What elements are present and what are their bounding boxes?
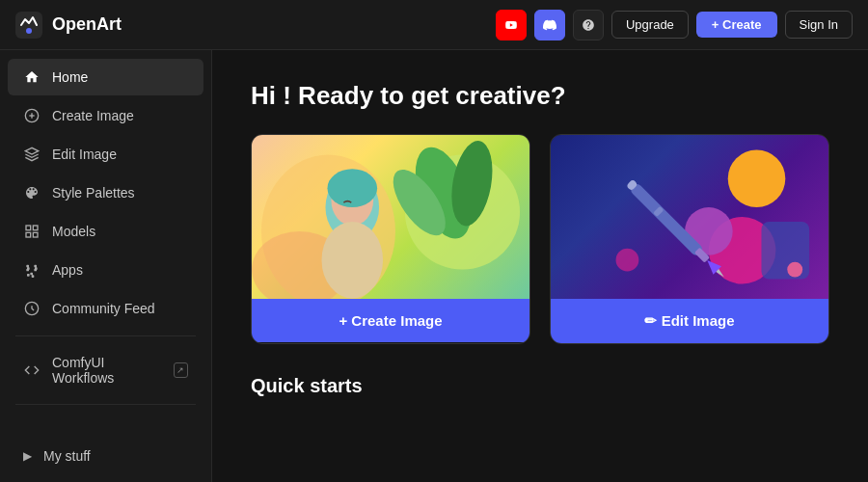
discord-button[interactable] — [534, 10, 565, 40]
create-header-button[interactable]: + Create — [696, 12, 777, 38]
models-icon — [23, 223, 41, 240]
svg-point-1 — [26, 28, 32, 34]
community-icon — [23, 300, 41, 317]
sidebar-divider — [15, 335, 196, 336]
create-image-footer: + Create Image — [252, 299, 529, 342]
help-button[interactable] — [573, 10, 604, 40]
svg-point-20 — [321, 222, 383, 298]
sidebar: Home Create Image Edit Image Style Palet… — [0, 50, 212, 482]
svg-point-32 — [616, 249, 639, 272]
sidebar-item-create-image[interactable]: Create Image — [8, 97, 203, 134]
sidebar-label-home: Home — [52, 69, 88, 85]
create-image-label: + Create Image — [339, 312, 442, 329]
palette-icon — [23, 184, 41, 201]
sidebar-item-models[interactable]: Models — [8, 213, 203, 250]
sidebar-label-style-palettes: Style Palettes — [52, 185, 135, 201]
svg-rect-7 — [33, 226, 38, 230]
sidebar-item-comfyui[interactable]: ComfyUI Workflows ↗ — [8, 345, 203, 395]
edit-layers-icon — [23, 146, 41, 163]
code-icon — [23, 362, 41, 379]
sidebar-item-community-feed[interactable]: Community Feed — [8, 290, 203, 327]
svg-point-31 — [787, 262, 802, 278]
home-icon — [23, 68, 41, 86]
svg-rect-8 — [26, 232, 31, 237]
sidebar-label-models: Models — [52, 224, 95, 239]
sidebar-item-home[interactable]: Home — [8, 59, 203, 95]
sidebar-label-apps: Apps — [52, 262, 83, 278]
main-layout: Home Create Image Edit Image Style Palet… — [0, 50, 868, 482]
header-left: OpenArt — [15, 12, 122, 39]
edit-image-illustration — [551, 135, 828, 299]
edit-illustration-svg — [551, 135, 828, 299]
quick-starts-heading: Quick starts — [251, 375, 829, 397]
edit-image-label: ✏ Edit Image — [644, 312, 734, 330]
svg-marker-5 — [25, 147, 38, 154]
action-cards: + Create Image — [251, 134, 829, 344]
sidebar-label-mystuff: My stuff — [43, 448, 91, 464]
logo-text: OpenArt — [52, 14, 122, 35]
sidebar-label-comfyui: ComfyUI Workflows — [52, 355, 162, 386]
sidebar-item-edit-image[interactable]: Edit Image — [8, 136, 203, 173]
create-illustration-svg — [252, 135, 529, 299]
sidebar-item-style-palettes[interactable]: Style Palettes — [8, 174, 203, 211]
external-link-icon: ↗ — [174, 362, 188, 378]
sidebar-label-community-feed: Community Feed — [52, 301, 155, 316]
plus-circle-icon — [23, 107, 41, 124]
sidebar-label-edit-image: Edit Image — [52, 147, 117, 162]
svg-rect-9 — [33, 232, 38, 237]
svg-point-19 — [327, 169, 377, 207]
edit-image-card[interactable]: ✏ Edit Image — [550, 134, 829, 344]
svg-rect-0 — [15, 12, 42, 39]
greeting-text: Hi ! Ready to get creative? — [251, 81, 829, 111]
sidebar-item-mystuff[interactable]: ▶ My stuff — [8, 439, 203, 473]
upgrade-button[interactable]: Upgrade — [611, 11, 689, 39]
openart-logo-icon — [15, 12, 42, 39]
create-image-illustration — [252, 135, 529, 299]
apps-icon — [23, 261, 41, 279]
svg-point-21 — [728, 149, 786, 207]
youtube-button[interactable] — [496, 10, 527, 40]
sidebar-divider-2 — [15, 404, 196, 405]
discord-icon — [543, 18, 556, 32]
youtube-icon — [504, 18, 518, 32]
collapse-arrow-icon: ▶ — [23, 449, 32, 463]
header-right: Upgrade + Create Sign In — [496, 10, 853, 40]
header: OpenArt Upgrade + Create Sign In — [0, 0, 868, 50]
sidebar-label-create-image: Create Image — [52, 108, 134, 123]
create-image-card[interactable]: + Create Image — [251, 134, 530, 344]
svg-rect-6 — [26, 226, 31, 230]
signin-button[interactable]: Sign In — [785, 11, 853, 39]
question-icon — [582, 18, 595, 32]
sidebar-item-apps[interactable]: Apps — [8, 252, 203, 288]
main-content: Hi ! Ready to get creative? — [212, 50, 868, 482]
edit-image-footer: ✏ Edit Image — [551, 299, 828, 343]
